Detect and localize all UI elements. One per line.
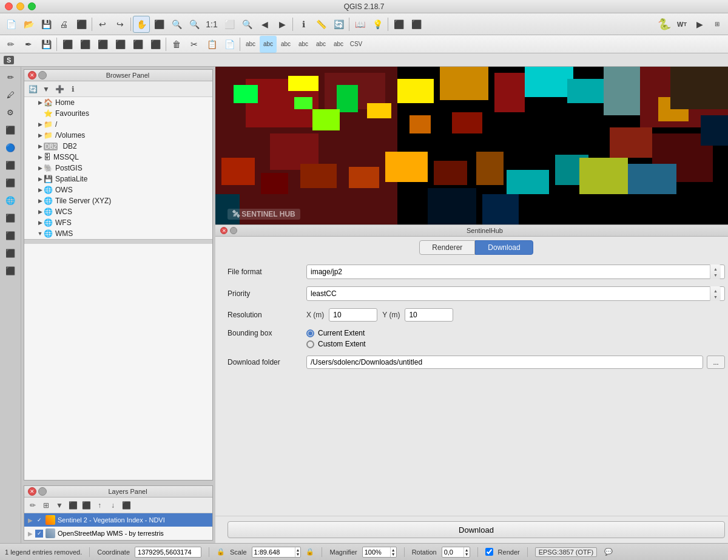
bookmark-btn[interactable]: 📖 (351, 16, 368, 33)
layers-float-btn[interactable] (38, 487, 47, 496)
browser-float-btn[interactable] (38, 71, 47, 79)
file-format-spinner[interactable]: ▲ ▼ (710, 265, 721, 279)
tree-item-root[interactable]: ▶ 📁 / (24, 119, 212, 130)
cut-features-btn[interactable]: ✂ (186, 36, 203, 53)
select-btn[interactable]: ⬛ (150, 16, 167, 33)
left-icon-1[interactable]: 🖊 (2, 87, 18, 103)
tree-item-spatialite[interactable]: ▶ 💾 SpatiaLite (24, 174, 212, 184)
save-layer-btn[interactable]: 💾 (38, 36, 55, 53)
priority-dropdown[interactable]: leastCC ▲ ▼ (306, 286, 725, 301)
scale-spinner[interactable]: ▲ ▼ (295, 547, 301, 557)
tree-item-tile[interactable]: ▶ 🌐 Tile Server (XYZ) (24, 195, 212, 206)
edit-pen-btn[interactable]: ✒ (20, 36, 37, 53)
move-feature-btn[interactable]: ⬛ (129, 36, 146, 53)
left-icon-0[interactable]: ✏ (2, 69, 18, 85)
left-icon-2[interactable]: ⚙ (2, 104, 18, 120)
left-icon-8[interactable]: ⬛ (2, 210, 18, 226)
identify-btn[interactable]: ℹ (295, 16, 312, 33)
messages-icon[interactable]: 💬 (604, 548, 613, 556)
label-style-btn[interactable]: abc (260, 36, 277, 53)
magnifier-input[interactable] (363, 548, 390, 556)
refresh-btn[interactable]: 🔄 (330, 16, 347, 33)
map-area[interactable]: 🛰 SENTINEL HUB (215, 67, 728, 224)
browser-scrollbar-h[interactable] (24, 239, 212, 244)
browser-refresh-btn[interactable]: 🔄 (27, 83, 39, 95)
open-file-btn[interactable]: 📂 (20, 16, 37, 33)
layer-checkbox-1[interactable]: ✓ (35, 530, 43, 538)
left-icon-11[interactable]: ⬛ (2, 263, 18, 278)
add-feature-btn[interactable]: ⬛ (59, 36, 76, 53)
download-folder-input[interactable] (306, 356, 703, 369)
sentinel-float-btn[interactable] (230, 227, 237, 234)
browser-filter-btn[interactable]: ▼ (40, 83, 52, 95)
layers-filter-btn[interactable]: ▼ (53, 499, 66, 511)
new-file-btn[interactable]: 📄 (2, 16, 19, 33)
layers-panel-controls[interactable]: ✕ (28, 487, 47, 496)
left-icon-10[interactable]: ⬛ (2, 245, 18, 261)
browse-button[interactable]: ... (707, 356, 725, 369)
minimize-button[interactable] (16, 2, 24, 10)
label3-btn[interactable]: abc (295, 36, 312, 53)
layer-checkbox-0[interactable]: ✓ (35, 516, 43, 524)
maximize-button[interactable] (28, 2, 36, 10)
left-icon-7[interactable]: 🌐 (2, 192, 18, 208)
left-icon-6[interactable]: ⬛ (2, 175, 18, 191)
label5-btn[interactable]: abc (330, 36, 347, 53)
left-icon-3[interactable]: ⬛ (2, 122, 18, 138)
res-y-input[interactable] (405, 308, 453, 322)
browser-info-btn[interactable]: ℹ (67, 83, 79, 95)
rotation-spinner[interactable]: ▲ ▼ (463, 547, 470, 557)
epsg-badge[interactable]: EPSG:3857 (OTF) (535, 547, 597, 557)
node-tool-btn[interactable]: ⬛ (147, 36, 164, 53)
select-features-btn[interactable]: ⬛ (390, 16, 407, 33)
scale-up-icon[interactable]: ▲ (296, 548, 300, 552)
coordinate-input[interactable] (135, 547, 201, 558)
custom-extent-option[interactable]: Custom Extent (306, 340, 366, 348)
tab-download[interactable]: Download (475, 240, 533, 255)
zoom-layer-btn[interactable]: ⬜ (221, 16, 238, 33)
edit-pencil-btn[interactable]: ✏ (2, 36, 19, 53)
tree-item-wfs[interactable]: ▶ 🌐 WFS (24, 217, 212, 228)
tree-item-ows[interactable]: ▶ 🌐 OWS (24, 184, 212, 195)
save-btn[interactable]: 💾 (38, 16, 55, 33)
left-icon-9[interactable]: ⬛ (2, 228, 18, 243)
layers-add-btn[interactable]: ⊞ (40, 499, 52, 511)
magnifier-spinner[interactable]: ▲ ▼ (390, 547, 396, 557)
deselect-btn[interactable]: ⬛ (408, 16, 425, 33)
rotation-down-icon[interactable]: ▼ (465, 552, 469, 556)
tree-item-db2[interactable]: ▶ DB2 DB2 (24, 141, 212, 152)
sentinel-close-btn[interactable]: ✕ (220, 227, 228, 234)
magnifier-up-icon[interactable]: ▲ (391, 548, 396, 552)
zoom-last-btn[interactable]: ◀ (256, 16, 273, 33)
more-btn[interactable]: ▶ (691, 16, 708, 33)
close-button[interactable] (5, 2, 13, 10)
layers-props-btn[interactable]: ⬛ (120, 499, 132, 511)
browser-close-btn[interactable]: ✕ (28, 71, 36, 79)
label4-btn[interactable]: abc (312, 36, 329, 53)
tips-btn[interactable]: 💡 (369, 16, 386, 33)
add-ring-btn[interactable]: ⬛ (112, 36, 129, 53)
priority-spinner[interactable]: ▲ ▼ (710, 286, 721, 301)
tree-item-home[interactable]: ▶ 🏠 Home (24, 97, 212, 108)
pan-btn[interactable]: ✋ (133, 16, 150, 33)
add-line-btn[interactable]: ⬛ (94, 36, 111, 53)
magnifier-input-wrapper[interactable]: ▲ ▼ (362, 547, 397, 558)
layer-item-1[interactable]: ▶ ✓ OpenStreetMap WMS - by terrestris (24, 527, 212, 540)
save-as-btn[interactable]: 🖨 (55, 16, 72, 33)
zoom-next-btn[interactable]: ▶ (274, 16, 291, 33)
delete-selected-btn[interactable]: 🗑 (168, 36, 185, 53)
csv-btn[interactable]: CSV (348, 36, 365, 53)
tree-item-mssql[interactable]: ▶ 🗄 MSSQL (24, 152, 212, 163)
layers-collapse-btn[interactable]: ⬛ (67, 499, 79, 511)
layers-up-btn[interactable]: ↑ (93, 499, 106, 511)
scale-input-wrapper[interactable]: ▲ ▼ (252, 547, 302, 558)
extra-btn[interactable]: ⊞ (709, 16, 726, 33)
scale-down-icon[interactable]: ▼ (296, 552, 300, 556)
paste-features-btn[interactable]: 📄 (221, 36, 238, 53)
zoom-in-btn[interactable]: 🔍 (168, 16, 185, 33)
magnifier-down-icon[interactable]: ▼ (391, 552, 396, 556)
layers-close-btn[interactable]: ✕ (28, 487, 36, 496)
rotation-up-icon[interactable]: ▲ (465, 548, 469, 552)
zoom-out-btn[interactable]: 🔍 (186, 16, 203, 33)
zoom-scale-btn[interactable]: 1:1 (203, 16, 220, 33)
